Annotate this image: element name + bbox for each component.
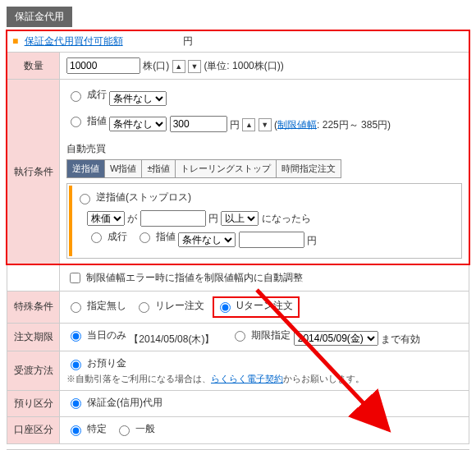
ga-text: が bbox=[127, 213, 137, 224]
delivery-note-post: からお願いします。 bbox=[283, 374, 364, 383]
special-label: 特殊条件 bbox=[7, 292, 60, 324]
margin-collateral-radio[interactable] bbox=[71, 398, 81, 409]
auto-adjust-checkbox-label[interactable]: 制限値幅エラー時に指値を制限値幅内に自動調整 bbox=[66, 270, 303, 286]
special-uturn-text: Uターン注文 bbox=[236, 299, 293, 313]
expire-trail: まで有効 bbox=[381, 333, 420, 344]
deposit-class-label: 預り区分 bbox=[7, 390, 60, 417]
limit-cond-select[interactable]: 条件なし bbox=[109, 117, 167, 131]
account-specific-radio[interactable] bbox=[71, 425, 81, 436]
econtract-link[interactable]: らくらく電子契約 bbox=[211, 374, 283, 383]
special-relay-radio[interactable] bbox=[139, 302, 149, 313]
qty-up-button[interactable]: ▲ bbox=[172, 60, 185, 73]
market-cond-select[interactable]: 条件なし bbox=[109, 91, 167, 106]
expire-radio[interactable] bbox=[235, 331, 245, 342]
today-radio[interactable] bbox=[71, 331, 81, 342]
section-title: 保証金代用 bbox=[7, 7, 72, 27]
tab-pm-limit[interactable]: ±指値 bbox=[142, 160, 176, 177]
period-label: 注文期限 bbox=[7, 323, 60, 351]
limit-radio[interactable] bbox=[71, 117, 81, 127]
qty-unit-note: (単位: 1000株(口)) bbox=[204, 60, 283, 71]
buying-power-link[interactable]: 保証金代用買付可能額 bbox=[25, 35, 123, 47]
sub-market-radio-label[interactable]: 成行 bbox=[87, 230, 127, 244]
special-none-text: 指定無し bbox=[87, 299, 126, 313]
bullet-icon: ■ bbox=[12, 35, 18, 47]
sub-limit-radio-label[interactable]: 指値 bbox=[135, 230, 176, 244]
delivery-label: 受渡方法 bbox=[7, 351, 60, 391]
special-uturn-label[interactable]: Uターン注文 bbox=[216, 299, 293, 313]
price-type-select[interactable]: 株価 bbox=[87, 211, 125, 226]
auto-trade-header: 自動売買 bbox=[66, 142, 462, 156]
limit-up-button[interactable]: ▲ bbox=[242, 118, 255, 131]
auto-adjust-checkbox[interactable] bbox=[70, 273, 80, 283]
qty-down-button[interactable]: ▼ bbox=[188, 60, 201, 73]
limit-down-button[interactable]: ▼ bbox=[259, 118, 272, 131]
market-radio[interactable] bbox=[71, 91, 81, 102]
account-general-text: 一般 bbox=[135, 422, 155, 436]
account-specific-label[interactable]: 特定 bbox=[66, 422, 107, 436]
sub-market-radio[interactable] bbox=[91, 232, 102, 243]
special-none-label[interactable]: 指定無し bbox=[66, 299, 126, 313]
trigger-price-input[interactable] bbox=[140, 210, 206, 227]
tab-stop[interactable]: 逆指値 bbox=[67, 160, 105, 177]
qty-input[interactable] bbox=[66, 57, 140, 74]
limit-radio-label[interactable]: 指値 bbox=[66, 114, 107, 128]
margin-collateral-label[interactable]: 保証金(信用)代用 bbox=[66, 396, 162, 410]
tab-trailing[interactable]: トレーリングストップ bbox=[176, 160, 277, 177]
today-label[interactable]: 当日のみ bbox=[66, 328, 126, 342]
buying-power-unit: 円 bbox=[183, 35, 193, 47]
special-relay-text: リレー注文 bbox=[155, 299, 204, 313]
sub-market-label: 成行 bbox=[108, 230, 127, 244]
limit-range-link[interactable]: 制限値幅 bbox=[277, 118, 317, 130]
stoploss-radio[interactable] bbox=[80, 194, 90, 204]
today-text: 当日のみ bbox=[87, 328, 126, 342]
qty-label: 数量 bbox=[7, 53, 60, 80]
special-relay-label[interactable]: リレー注文 bbox=[135, 299, 204, 313]
market-label: 成行 bbox=[87, 88, 107, 102]
sub-limit-unit: 円 bbox=[307, 234, 317, 246]
sub-limit-label: 指値 bbox=[156, 230, 176, 244]
today-value: 【2014/05/08(木)】 bbox=[129, 333, 214, 344]
account-general-label[interactable]: 一般 bbox=[115, 422, 155, 436]
tab-timed[interactable]: 時間指定注文 bbox=[277, 160, 341, 177]
limit-label: 指値 bbox=[87, 114, 107, 128]
buying-power-row: ■ 保証金代用買付可能額 円 bbox=[7, 30, 469, 52]
qty-unit: 株(口) bbox=[143, 60, 169, 71]
account-class-label: 口座区分 bbox=[7, 417, 60, 444]
expire-label[interactable]: 期限指定 bbox=[231, 328, 291, 342]
auto-adjust-text: 制限値幅エラー時に指値を制限値幅内に自動調整 bbox=[86, 271, 303, 285]
special-none-radio[interactable] bbox=[71, 302, 81, 313]
sub-limit-radio[interactable] bbox=[140, 232, 150, 243]
account-specific-text: 特定 bbox=[87, 422, 107, 436]
limit-unit: 円 bbox=[230, 118, 240, 130]
account-general-radio[interactable] bbox=[119, 425, 130, 436]
stoploss-radio-label[interactable]: 逆指値(ストップロス) bbox=[76, 191, 191, 204]
trigger-trail: になったら bbox=[262, 213, 311, 224]
trigger-unit: 円 bbox=[208, 213, 218, 224]
stoploss-title: 逆指値(ストップロス) bbox=[96, 191, 191, 204]
expire-text: 期限指定 bbox=[251, 328, 291, 342]
limit-range-text: : 225円～ 385円 bbox=[317, 118, 387, 130]
deposit-radio[interactable] bbox=[71, 360, 81, 370]
sub-limit-price-input[interactable] bbox=[239, 232, 304, 248]
tab-w-limit[interactable]: W指値 bbox=[105, 160, 142, 177]
auto-trade-tabs: 逆指値 W指値 ±指値 トレーリングストップ 時間指定注文 bbox=[66, 159, 341, 178]
deposit-label[interactable]: お預り金 bbox=[66, 356, 126, 370]
margin-collateral-text: 保証金(信用)代用 bbox=[87, 396, 162, 410]
delivery-note-pre: ※自動引落をご利用になる場合は、 bbox=[66, 374, 211, 383]
sub-limit-cond-select[interactable]: 条件なし bbox=[178, 232, 236, 247]
special-uturn-radio[interactable] bbox=[220, 302, 231, 313]
deposit-text: お預り金 bbox=[87, 356, 126, 370]
market-radio-label[interactable]: 成行 bbox=[66, 88, 107, 102]
exec-label: 執行条件 bbox=[7, 80, 60, 264]
trigger-cond-select[interactable]: 以上 bbox=[221, 211, 259, 226]
limit-price-input[interactable] bbox=[170, 116, 227, 132]
expire-date-select[interactable]: 2014/05/09(金) bbox=[294, 331, 378, 346]
